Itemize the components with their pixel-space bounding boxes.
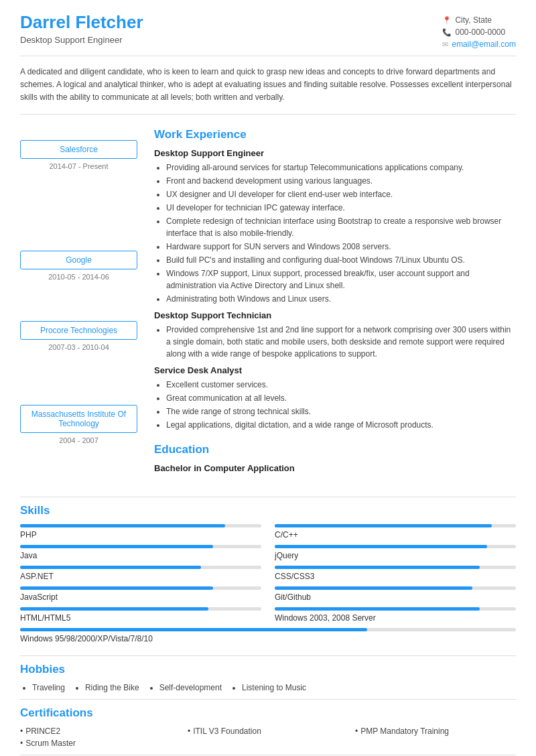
city-state: City, State — [455, 15, 491, 25]
bullet-1-3: UX designer and UI developer for client … — [166, 188, 516, 200]
skill-label: JavaScript — [20, 592, 261, 602]
cert-section: Certifications PRINCE2ITIL V3 Foundation… — [0, 706, 536, 755]
hobby-item: Riding the Bike — [85, 683, 139, 692]
skill-label: CSS/CSS3 — [275, 572, 516, 581]
date-salesforce: 2014-07 - Present — [20, 162, 137, 170]
cert-item: PRINCE2 — [20, 727, 181, 736]
phone-item: 📞 000-000-0000 — [442, 27, 505, 37]
skill-bar-bg — [275, 607, 516, 611]
skill-label: ASP.NET — [20, 572, 261, 581]
skill-item: Windows 95/98/2000/XP/Vista/7/8/10 — [20, 628, 516, 643]
skill-label: PHP — [20, 530, 261, 540]
cert-title: Certifications — [20, 706, 516, 720]
bullet-3-3: The wide range of strong technical skill… — [166, 405, 516, 418]
header-left: Darrel Fletcher Desktop Support Engineer — [20, 12, 143, 45]
skill-item: jQuery — [275, 545, 516, 560]
skills-title: Skills — [20, 504, 516, 517]
skill-item: Git/Github — [275, 586, 516, 602]
skill-bar-fill — [20, 586, 213, 590]
skill-item: PHP — [20, 524, 261, 540]
candidate-name: Darrel Fletcher — [20, 12, 143, 33]
hobbies-section: Hobbies TravelingRiding the BikeSelf-dev… — [0, 663, 536, 699]
skill-label: Git/Github — [275, 592, 516, 602]
skill-bar-bg — [275, 566, 516, 569]
bullet-1-7: Build full PC's and installing and confi… — [166, 254, 516, 266]
bullet-1-6: Hardware support for SUN servers and Win… — [166, 241, 516, 253]
skill-item: C/C++ — [275, 524, 516, 540]
skill-bar-bg — [20, 586, 261, 590]
skill-item: HTML/HTML5 — [20, 607, 261, 623]
summary-section: A dedicated and diligent candidate, who … — [0, 56, 536, 114]
company-procore: Procore Technologies — [20, 321, 137, 340]
skill-label: C/C++ — [275, 530, 516, 540]
skill-bar-bg — [275, 586, 516, 590]
degree-title: Bachelor in Computer Application — [154, 463, 516, 473]
skill-bar-bg — [20, 607, 261, 611]
bullet-1-5: Complete redesign of technician interfac… — [166, 215, 516, 239]
bullet-1-9: Administrating both Windows and Linux us… — [166, 293, 516, 305]
email-link[interactable]: email@email.com — [452, 40, 516, 49]
skill-item: JavaScript — [20, 586, 261, 602]
date-google: 2010-05 - 2014-06 — [20, 273, 137, 281]
education-title: Education — [154, 443, 516, 456]
skill-label: jQuery — [275, 551, 516, 560]
skill-bar-bg — [20, 545, 261, 548]
institution-mit: Massachusetts Institute Of Technology — [20, 405, 137, 433]
location-icon: 📍 — [442, 16, 452, 25]
candidate-title: Desktop Support Engineer — [20, 35, 143, 45]
skill-item: Windows 2003, 2008 Server — [275, 607, 516, 623]
bullet-1-8: Windows 7/XP support, Linux support, pro… — [166, 267, 516, 292]
skill-bar-fill — [275, 566, 480, 569]
hobby-item: Traveling — [32, 683, 65, 692]
skill-label: Windows 95/98/2000/XP/Vista/7/8/10 — [20, 634, 516, 643]
right-column: Work Experience Desktop Support Engineer… — [147, 115, 536, 483]
key-divider — [20, 755, 516, 755]
bullet-3-1: Excellent customer services. — [166, 379, 516, 391]
cert-item: Scrum Master — [20, 739, 181, 748]
date-procore: 2007-03 - 2010-04 — [20, 343, 137, 351]
skill-bar-fill — [20, 524, 225, 527]
left-column: Salesforce 2014-07 - Present Google 2010… — [0, 115, 147, 483]
hobbies-divider — [20, 655, 516, 656]
summary-text: A dedicated and diligent candidate, who … — [20, 66, 516, 105]
job-title-2: Desktop Support Technician — [154, 310, 516, 320]
email-icon: ✉ — [442, 40, 448, 49]
skill-item: Java — [20, 545, 261, 560]
cert-item: ITIL V3 Foundation — [188, 727, 348, 736]
skill-bar-bg — [20, 524, 261, 527]
skill-bar-bg — [275, 545, 516, 548]
skill-bar-bg — [20, 566, 261, 569]
skills-divider — [20, 497, 516, 497]
skill-bar-bg — [20, 628, 516, 631]
work-experience-title: Work Experience — [154, 128, 516, 141]
hobby-item: Listening to Music — [242, 683, 306, 692]
bullet-3-2: Great communication at all levels. — [166, 392, 516, 404]
header-right: 📍 City, State 📞 000-000-0000 ✉ email@ema… — [442, 12, 516, 49]
job-bullets-3: Excellent customer services. Great commu… — [154, 379, 516, 431]
skill-label: HTML/HTML5 — [20, 613, 261, 623]
company-google: Google — [20, 251, 137, 269]
cert-grid: PRINCE2ITIL V3 FoundationPMP Mandatory T… — [20, 727, 516, 748]
skill-bar-fill — [20, 566, 201, 569]
date-mit: 2004 - 2007 — [20, 436, 137, 444]
email-item: ✉ email@email.com — [442, 40, 516, 49]
skill-label: Windows 2003, 2008 Server — [275, 613, 516, 623]
city-state-item: 📍 City, State — [442, 15, 491, 25]
skill-bar-bg — [275, 524, 516, 527]
skill-label: Java — [20, 551, 261, 560]
bullet-1-2: Front and backend development using vari… — [166, 175, 516, 187]
header: Darrel Fletcher Desktop Support Engineer… — [0, 0, 536, 56]
cert-divider — [20, 699, 516, 700]
cert-item: PMP Mandatory Training — [355, 727, 516, 736]
skill-bar-fill — [275, 607, 480, 611]
phone: 000-000-0000 — [455, 27, 505, 37]
hobbies-list: TravelingRiding the BikeSelf-development… — [20, 683, 516, 692]
hobbies-title: Hobbies — [20, 663, 516, 676]
skill-item: CSS/CSS3 — [275, 566, 516, 581]
job-bullets-2: Provided comprehensive 1st and 2nd line … — [154, 324, 516, 360]
bullet-1-4: UI developer for technician IPC gateway … — [166, 202, 516, 214]
main-content: Salesforce 2014-07 - Present Google 2010… — [0, 115, 536, 497]
job-bullets-1: Providing all-around services for startu… — [154, 162, 516, 305]
skill-bar-fill — [20, 607, 208, 611]
job-title-1: Desktop Support Engineer — [154, 148, 516, 158]
